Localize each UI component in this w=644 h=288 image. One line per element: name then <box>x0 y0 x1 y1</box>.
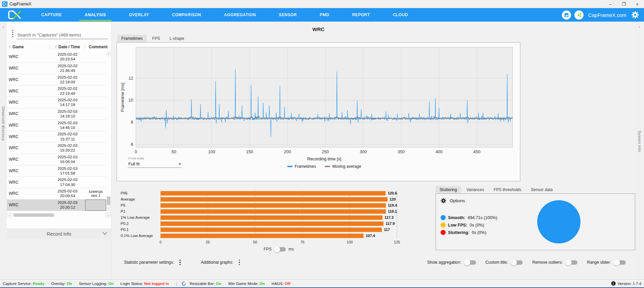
capture-row[interactable]: WRC 2025-02-0317:04:30 <box>7 177 106 188</box>
bar-value-label: 117 <box>384 228 390 232</box>
percentile-bar-chart: P95AverageP5P11% Low AverageP0.2P0.10.1%… <box>117 186 430 252</box>
nav-tab-capture[interactable]: CAPTURE <box>30 8 73 22</box>
settings-gear-icon[interactable] <box>631 11 639 19</box>
additional-graphs: Additional graphs: <box>201 260 242 265</box>
scroll-right-icon[interactable]: → <box>105 212 111 218</box>
stutter-tab[interactable]: Stuttering <box>436 186 461 193</box>
vertical-scroll-thumb[interactable] <box>107 197 110 205</box>
record-info-expander[interactable]: Record Info <box>7 229 111 239</box>
capture-row[interactable]: WRC 2025-02-0315:39:22 <box>7 142 106 154</box>
capture-row[interactable]: WRC 2025-02-0222:18:09 <box>7 74 106 86</box>
option-toggle[interactable] <box>566 260 577 265</box>
bar[interactable] <box>160 191 386 195</box>
capture-row[interactable]: WRC 2025-02-0220:23:54 <box>7 51 106 63</box>
sort-arrow-icon: ↑ <box>9 45 11 49</box>
capture-row[interactable]: WRC 2025-02-0317:01:58 <box>7 165 106 177</box>
graph-tab[interactable]: L-shape <box>166 35 188 42</box>
horizontal-scrollbar[interactable]: ← → <box>7 212 111 218</box>
close-button[interactable]: × <box>630 0 644 8</box>
svg-text:50: 50 <box>171 150 176 154</box>
maximize-button[interactable]: ❐ <box>617 0 630 8</box>
scroll-up-icon[interactable]: ↑ <box>106 51 111 56</box>
column-header-game[interactable]: ↑ Game <box>7 45 50 49</box>
stutter-options-button[interactable]: Options <box>441 198 630 204</box>
stutter-tab[interactable]: FPS thresholds <box>490 186 525 193</box>
bar-axis-tick: 75 <box>300 240 304 244</box>
svg-text:300: 300 <box>360 150 367 154</box>
refresh-status-icon[interactable] <box>181 281 186 286</box>
legend-dot-icon <box>441 222 446 228</box>
bar[interactable] <box>160 209 386 214</box>
bar-axis-tick: 125 <box>394 240 400 244</box>
option-toggle[interactable] <box>465 260 476 265</box>
svg-text:400: 400 <box>436 150 443 154</box>
capture-row[interactable]: WRC 2025-02-0221:46:49 <box>7 63 106 74</box>
bar-row: 119.4 <box>160 202 397 208</box>
bar[interactable] <box>160 234 364 238</box>
option-toggle[interactable] <box>614 260 626 265</box>
capture-row[interactable]: WRC 2025-02-0320:09:54 szwecja oes 1 <box>7 188 106 200</box>
expand-directory-chevron-icon[interactable]: › <box>3 24 4 29</box>
capture-row[interactable]: WRC 2025-02-0315:37:11 <box>7 131 106 142</box>
horizontal-scroll-thumb[interactable] <box>14 213 54 217</box>
expand-system-info-chevron-icon[interactable]: ‹ <box>639 24 640 29</box>
capture-row[interactable]: WRC 2025-02-0316:06:04 <box>7 154 106 165</box>
capture-list-menu-icon[interactable] <box>9 30 17 39</box>
nav-tab-analysis[interactable]: ANALYSIS <box>73 8 118 22</box>
stutter-tab[interactable]: Variances <box>462 186 488 193</box>
capture-row[interactable]: WRC 2025-02-0222:19:49 <box>7 85 106 97</box>
fps-ms-toggle[interactable] <box>274 247 286 252</box>
nav-tab-comparison[interactable]: COMPARISON <box>160 8 213 22</box>
nav-tab-sensor[interactable]: SENSOR <box>267 8 308 22</box>
x-axis-label: Recording time [s] <box>136 157 513 161</box>
capture-row[interactable]: WRC 2025-02-0320:30:12 <box>7 200 106 211</box>
nav-tab-cloud[interactable]: CLOUD <box>381 8 420 22</box>
column-header-datetime[interactable]: ↑ Date / Time <box>50 45 85 49</box>
graph-tab[interactable]: FPS <box>148 35 164 42</box>
statistic-settings-menu-icon[interactable] <box>178 260 182 265</box>
frametime-plot[interactable]: 681012050100150200250300350400450Frameti… <box>120 45 517 156</box>
svg-text:8: 8 <box>131 120 133 125</box>
graph-tab[interactable]: Frametimes <box>117 35 147 42</box>
stutter-tabs: StutteringVariancesFPS thresholdsSensor … <box>436 186 635 193</box>
unit-fps-label: FPS <box>264 247 271 252</box>
bar-category-label: P1 <box>121 208 156 214</box>
bar[interactable] <box>160 221 383 226</box>
bar-value-label: 107.4 <box>366 234 375 238</box>
stutter-legend-item: Low FPS:0s (0%) <box>441 222 630 228</box>
report-library-button[interactable] <box>562 10 571 20</box>
minimize-button[interactable]: – <box>603 0 617 8</box>
option-toggle[interactable] <box>511 260 523 265</box>
bar[interactable] <box>160 197 388 202</box>
stutter-tab[interactable]: Sensor data <box>527 186 557 193</box>
nav-tab-pmd[interactable]: PMD <box>308 8 341 22</box>
status-item: Resizable Bar: On <box>190 282 221 286</box>
capture-row[interactable]: WRC 2025-02-0314:18:10 <box>7 108 106 120</box>
bar-category-label: 0.1% Low Average <box>121 233 156 239</box>
capture-list: WRC 2025-02-0220:23:54 WRC 2025-02-0221:… <box>7 51 106 211</box>
bar[interactable] <box>160 203 386 208</box>
additional-graphs-menu-icon[interactable] <box>238 260 242 265</box>
status-item: Win Game Mode: On <box>228 282 265 286</box>
bar[interactable] <box>160 228 382 232</box>
svg-text:350: 350 <box>398 150 405 154</box>
options-gear-icon <box>441 198 446 204</box>
login-button[interactable] <box>574 10 584 20</box>
info-icon[interactable]: i <box>611 281 616 286</box>
capture-row[interactable]: WRC 2025-02-0314:45:10 <box>7 120 106 131</box>
nav-tab-overlay[interactable]: OVERLAY <box>118 8 161 22</box>
column-header-comment[interactable]: Comment <box>85 45 111 49</box>
nav-tab-aggregation[interactable]: AGGREGATION <box>213 8 267 22</box>
stutter-pie-chart[interactable] <box>537 200 580 243</box>
vertical-scrollbar[interactable]: ↑ ↓ <box>106 51 111 211</box>
search-input[interactable] <box>17 31 108 39</box>
capframex-com-link[interactable]: CapFrameX.com <box>588 12 626 18</box>
capture-row[interactable]: WRC 2025-02-0314:17:18 <box>7 97 106 108</box>
bar-category-label: P5 <box>121 202 156 208</box>
bar[interactable] <box>160 215 382 220</box>
bar-value-label: 119.1 <box>388 209 397 213</box>
scroll-down-icon[interactable]: ↓ <box>106 206 111 211</box>
nav-tab-report[interactable]: REPORT <box>341 8 381 22</box>
bar-category-label: P0.2 <box>121 220 156 227</box>
scroll-left-icon[interactable]: ← <box>7 212 13 218</box>
